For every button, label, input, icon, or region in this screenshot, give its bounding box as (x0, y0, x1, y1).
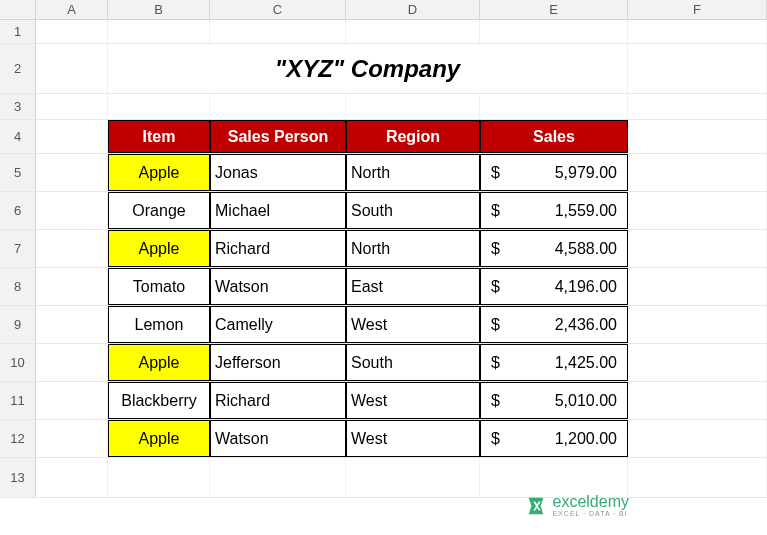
row-header-7[interactable]: 7 (0, 230, 36, 267)
column-header-A[interactable]: A (36, 0, 108, 19)
title-cell[interactable]: "XYZ" Company (108, 44, 628, 93)
cell-item[interactable]: Apple (108, 230, 210, 267)
select-all-corner[interactable] (0, 0, 36, 19)
cell-sales-person[interactable]: Jonas (210, 154, 346, 191)
cell-F1[interactable] (628, 20, 767, 43)
cell-A9[interactable] (36, 306, 108, 343)
cell-E13[interactable] (480, 458, 628, 497)
cell-sales-person[interactable]: Jefferson (210, 344, 346, 381)
watermark-text: exceldemy EXCEL · DATA · BI (553, 494, 629, 517)
cell-region[interactable]: North (346, 154, 480, 191)
cell-sales[interactable]: $4,196.00 (480, 268, 628, 305)
cell-A7[interactable] (36, 230, 108, 267)
cell-region[interactable]: East (346, 268, 480, 305)
cell-F7[interactable] (628, 230, 767, 267)
cell-A2[interactable] (36, 44, 108, 93)
cell-item[interactable]: Apple (108, 420, 210, 457)
row-header-2[interactable]: 2 (0, 44, 36, 93)
cell-sales[interactable]: $1,559.00 (480, 192, 628, 229)
cell-A3[interactable] (36, 94, 108, 119)
cell-D3[interactable] (346, 94, 480, 119)
row-header-3[interactable]: 3 (0, 94, 36, 119)
cell-A5[interactable] (36, 154, 108, 191)
cell-region[interactable]: North (346, 230, 480, 267)
cell-item[interactable]: Apple (108, 344, 210, 381)
cell-F3[interactable] (628, 94, 767, 119)
cell-A13[interactable] (36, 458, 108, 497)
cell-A11[interactable] (36, 382, 108, 419)
cell-A8[interactable] (36, 268, 108, 305)
cell-region[interactable]: West (346, 306, 480, 343)
cell-F4[interactable] (628, 120, 767, 153)
cell-sales-person[interactable]: Camelly (210, 306, 346, 343)
cell-C13[interactable] (210, 458, 346, 497)
cell-region[interactable]: West (346, 420, 480, 457)
cell-F11[interactable] (628, 382, 767, 419)
cell-sales-person[interactable]: Watson (210, 420, 346, 457)
cell-item[interactable]: Blackberry (108, 382, 210, 419)
cell-sales[interactable]: $1,200.00 (480, 420, 628, 457)
cell-sales-person[interactable]: Michael (210, 192, 346, 229)
currency-symbol: $ (491, 202, 500, 220)
row-header-9[interactable]: 9 (0, 306, 36, 343)
cell-B1[interactable] (108, 20, 210, 43)
cell-F12[interactable] (628, 420, 767, 457)
column-header-C[interactable]: C (210, 0, 346, 19)
cell-sales-person[interactable]: Richard (210, 230, 346, 267)
cell-A12[interactable] (36, 420, 108, 457)
cell-region[interactable]: South (346, 192, 480, 229)
cell-F2[interactable] (628, 44, 767, 93)
header-item[interactable]: Item (108, 120, 210, 153)
cell-sales-person[interactable]: Watson (210, 268, 346, 305)
cell-A6[interactable] (36, 192, 108, 229)
row-header-10[interactable]: 10 (0, 344, 36, 381)
header-sales-person[interactable]: Sales Person (210, 120, 346, 153)
cell-C3[interactable] (210, 94, 346, 119)
cell-F9[interactable] (628, 306, 767, 343)
table-row: 10AppleJeffersonSouth$1,425.00 (0, 344, 767, 382)
cell-sales[interactable]: $2,436.00 (480, 306, 628, 343)
row-header-1[interactable]: 1 (0, 20, 36, 43)
cell-F5[interactable] (628, 154, 767, 191)
cell-A1[interactable] (36, 20, 108, 43)
cell-F8[interactable] (628, 268, 767, 305)
cell-A10[interactable] (36, 344, 108, 381)
cell-B13[interactable] (108, 458, 210, 497)
cell-sales[interactable]: $1,425.00 (480, 344, 628, 381)
cell-item[interactable]: Apple (108, 154, 210, 191)
cell-F6[interactable] (628, 192, 767, 229)
column-header-D[interactable]: D (346, 0, 480, 19)
cell-E1[interactable] (480, 20, 628, 43)
row-header-13[interactable]: 13 (0, 458, 36, 497)
cell-item[interactable]: Orange (108, 192, 210, 229)
cell-sales[interactable]: $5,010.00 (480, 382, 628, 419)
header-sales[interactable]: Sales (480, 120, 628, 153)
cell-C1[interactable] (210, 20, 346, 43)
cell-sales[interactable]: $4,588.00 (480, 230, 628, 267)
row-header-4[interactable]: 4 (0, 120, 36, 153)
cell-A4[interactable] (36, 120, 108, 153)
row-header-12[interactable]: 12 (0, 420, 36, 457)
cell-sales-person[interactable]: Richard (210, 382, 346, 419)
cell-sales[interactable]: $5,979.00 (480, 154, 628, 191)
row-header-11[interactable]: 11 (0, 382, 36, 419)
cell-region[interactable]: West (346, 382, 480, 419)
cell-D1[interactable] (346, 20, 480, 43)
cell-F10[interactable] (628, 344, 767, 381)
row-1: 1 (0, 20, 767, 44)
row-3: 3 (0, 94, 767, 120)
cell-D13[interactable] (346, 458, 480, 497)
row-header-8[interactable]: 8 (0, 268, 36, 305)
cell-region[interactable]: South (346, 344, 480, 381)
cell-item[interactable]: Lemon (108, 306, 210, 343)
column-header-B[interactable]: B (108, 0, 210, 19)
cell-F13[interactable] (628, 458, 767, 497)
cell-item[interactable]: Tomato (108, 268, 210, 305)
column-header-F[interactable]: F (628, 0, 767, 19)
row-header-6[interactable]: 6 (0, 192, 36, 229)
cell-E3[interactable] (480, 94, 628, 119)
header-region[interactable]: Region (346, 120, 480, 153)
column-header-E[interactable]: E (480, 0, 628, 19)
cell-B3[interactable] (108, 94, 210, 119)
row-header-5[interactable]: 5 (0, 154, 36, 191)
